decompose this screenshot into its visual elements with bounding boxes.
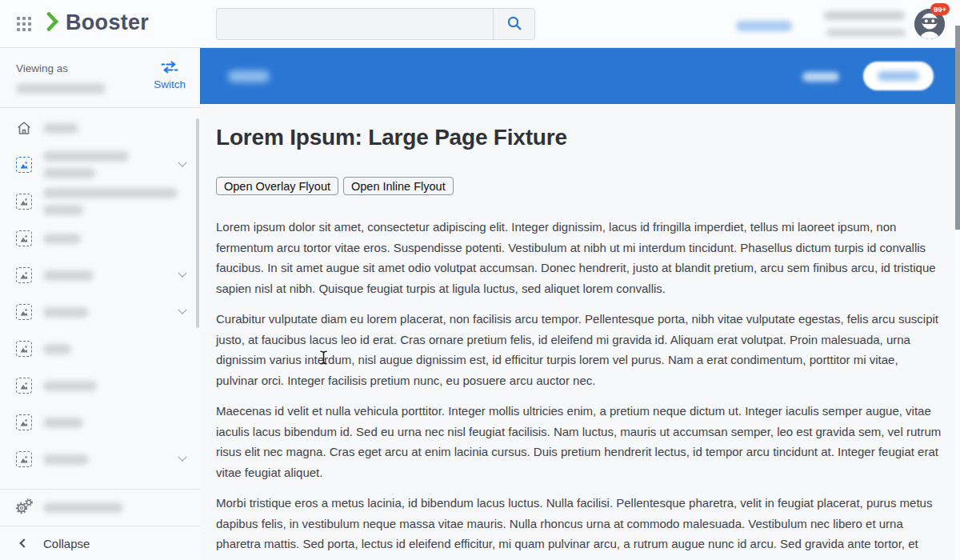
sidebar-item-2[interactable] [0,146,200,183]
chevron-down-icon [178,269,186,278]
image-placeholder-icon [16,341,32,357]
nav-label-redacted [43,188,178,198]
image-placeholder-icon [16,451,32,467]
nav-label-redacted [43,151,129,162]
image-placeholder-icon [16,194,32,210]
paragraph: Maecenas id velit et nulla vehicula port… [216,401,942,482]
chevron-down-icon [178,306,186,314]
user-name-redacted [824,11,905,20]
sidebar: Viewing as Switch [0,48,200,560]
logo-chevron-icon [46,12,58,34]
image-placeholder-icon [16,378,32,394]
home-icon [16,120,32,136]
continue-label-redacted [878,71,919,81]
nav-label-redacted [43,270,94,281]
nav-label-redacted [43,344,71,354]
chevron-left-icon [19,538,28,547]
logo-text: Booster [66,10,149,35]
switch-company-link[interactable]: Switch [154,61,186,90]
step-bar [200,48,955,104]
top-header: Booster 99+ [0,0,960,48]
main-content: Lorem Ipsum: Large Page Fixture Open Ove… [200,104,955,560]
cancel-link-redacted[interactable] [802,72,839,82]
nav-label-redacted [43,168,95,178]
open-overlay-flyout-button[interactable]: Open Overlay Flyout [216,177,338,195]
paragraph: Morbi tristique eros a metus lacinia, id… [216,493,942,560]
image-placeholder-icon [16,304,32,320]
paragraph: Lorem ipsum dolor sit amet, consectetur … [216,217,942,298]
sidebar-item-admin[interactable] [0,490,200,526]
nav-label-redacted [43,123,78,134]
image-placeholder-icon [16,230,32,246]
admin-label-redacted [43,502,123,513]
search-button[interactable] [493,9,534,39]
nav-label-redacted [43,381,97,391]
text-cursor-icon [319,350,328,368]
sidebar-collapse-button[interactable]: Collapse [0,526,200,560]
viewing-as-block: Viewing as Switch [0,48,200,107]
nav-label-redacted [43,418,83,428]
search-input[interactable] [217,9,493,39]
sidebar-scrollbar-thumb[interactable] [196,118,199,328]
search-icon [506,15,522,34]
company-name-redacted [16,83,106,94]
continue-button-redacted[interactable] [863,62,934,90]
nav-label-redacted [43,234,81,244]
sidebar-spacer [0,478,200,489]
sidebar-item-9[interactable] [0,404,200,441]
page-scrollbar-thumb[interactable] [955,26,960,230]
help-link-redacted[interactable] [736,21,792,31]
sidebar-item-7[interactable] [0,330,200,367]
collapse-label: Collapse [43,537,90,550]
sidebar-item-4[interactable] [0,220,200,257]
sidebar-item-8[interactable] [0,367,200,404]
sidebar-item-3[interactable] [0,183,200,220]
booster-logo[interactable]: Booster [46,10,149,35]
sidebar-item-10[interactable] [0,441,200,478]
app-window: Booster 99+ [0,0,960,560]
notification-badge: 99+ [930,3,950,15]
sidebar-item-5[interactable] [0,257,200,294]
page-scrollbar[interactable] [955,0,960,560]
page-title: Lorem Ipsum: Large Page Fixture [216,125,942,150]
flyout-button-row: Open Overlay Flyout Open Inline Flyout [216,177,942,195]
global-search [216,8,535,40]
sidebar-item-home[interactable] [0,110,200,146]
body-text: Lorem ipsum dolor sit amet, consectetur … [216,217,942,560]
switch-label: Switch [154,78,186,90]
chevron-down-icon [178,158,186,167]
image-placeholder-icon [16,157,32,173]
sidebar-item-6[interactable] [0,294,200,330]
user-role-redacted [826,29,906,37]
chevron-down-icon [178,453,186,462]
nav-label-redacted [43,205,83,215]
step-label-redacted [228,70,270,82]
paragraph: Curabitur vulputate diam eu lorem placer… [216,309,942,390]
nav-label-redacted [43,454,89,465]
image-placeholder-icon [16,267,32,283]
nav-label-redacted [43,307,89,318]
apps-grid-icon[interactable] [17,17,31,31]
gears-icon [14,498,34,518]
open-inline-flyout-button[interactable]: Open Inline Flyout [343,177,454,195]
switch-icon [160,61,179,77]
sidebar-nav [0,108,200,478]
image-placeholder-icon [16,414,32,430]
